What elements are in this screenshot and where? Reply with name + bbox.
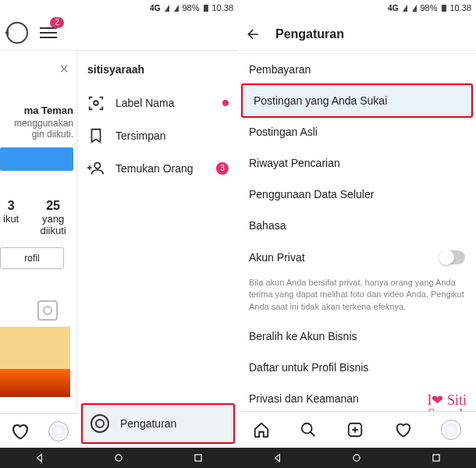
svg-point-4 [302,424,312,434]
item-riwayat[interactable]: Riwayat Pencarian [238,147,476,179]
network-indicator: 4G [388,4,398,12]
back-button[interactable] [246,27,261,42]
home-soft-button[interactable] [113,452,124,463]
menu-label: Tersimpan [115,129,166,142]
menu-label: Label Nama [115,97,175,109]
back-soft-button[interactable] [34,452,45,463]
home-icon[interactable] [253,421,270,438]
recent-soft-button[interactable] [193,452,204,463]
history-icon [6,22,28,44]
private-toggle[interactable] [439,250,465,264]
battery-icon [442,5,446,12]
signal-icon [174,5,179,12]
profile-tab[interactable] [441,420,461,440]
gear-icon [91,414,109,433]
stats-row: 3 ikut 25 yang diikuti [0,199,73,236]
profile-tab[interactable] [48,421,69,441]
page-title: Pengaturan [275,27,344,41]
signal-icon [165,5,169,12]
post-thumbnail[interactable] [0,327,70,397]
heart-icon[interactable] [10,422,29,441]
status-bar: 4G 98% 10.38 [0,0,238,16]
menu-pengaturan[interactable]: Pengaturan [81,403,235,444]
back-soft-button[interactable] [272,452,283,463]
signal-icon [403,5,407,12]
followers-stat[interactable]: 3 ikut [3,199,19,236]
suggest-title: ma Teman [0,105,73,118]
recent-soft-button[interactable] [431,452,442,463]
item-akun-privat[interactable]: Akun Privat [238,241,476,274]
add-person-icon [87,160,105,177]
phone-left: 4G 98% 10.38 × ma Teman menggunakan gin … [0,0,239,468]
menu-tersimpan[interactable]: Tersimpan [83,119,233,152]
profile-background: × ma Teman menggunakan gin diikuti. 3 ik… [0,51,78,448]
private-note: Bila akun Anda bersifat privat, hanya or… [238,274,476,321]
item-bahasa[interactable]: Bahasa [238,210,476,241]
scan-icon [87,94,105,112]
bookmark-icon [87,127,105,144]
count-badge: 3 [216,162,229,175]
menu-label: Pengaturan [120,417,176,430]
clock: 10.38 [449,3,471,12]
history-button[interactable] [6,22,28,44]
svg-point-6 [353,455,360,461]
battery-icon [204,5,208,12]
settings-list: Pembayaran Postingan yang Anda Sukai Pos… [238,54,476,414]
edit-profile-button[interactable]: rofil [0,247,64,269]
close-button[interactable]: × [0,57,73,81]
heart-icon[interactable] [394,421,411,438]
add-post-icon[interactable] [346,421,364,438]
svg-rect-7 [433,455,439,461]
clock: 10.38 [211,3,233,12]
item-data-seluler[interactable]: Penggunaan Data Seluler [238,179,476,210]
burger-icon [40,24,57,41]
svg-rect-3 [195,455,201,461]
android-nav [238,448,476,468]
menu-temukan-orang[interactable]: Temukan Orang 3 [83,152,233,185]
item-liked-posts[interactable]: Postingan yang Anda Sukai [241,83,473,118]
heart-watermark-icon: I❤ [427,393,443,407]
follow-button[interactable] [0,147,73,171]
signal-icon [412,5,417,12]
side-menu: sitisyaraah Label Nama Tersimpan Temukan… [78,51,238,448]
menu-label: Temukan Orang [115,162,194,175]
svg-point-2 [115,455,122,461]
notification-dot [222,100,229,106]
item-beralih-bisnis[interactable]: Beralih ke Akun Bisnis [238,321,476,352]
svg-point-1 [94,163,100,168]
network-indicator: 4G [150,4,160,12]
bottom-nav [238,411,476,448]
battery-percent: 98% [182,3,199,12]
battery-percent: 98% [420,3,437,12]
suggest-subtitle: menggunakan gin diikuti. [0,118,73,140]
menu-button[interactable] [37,22,59,44]
item-daftar-bisnis[interactable]: Daftar untuk Profil Bisnis [238,352,476,383]
tagged-tab-icon[interactable] [37,300,58,321]
menu-label-nama[interactable]: Label Nama [83,87,233,119]
following-stat[interactable]: 25 yang diikuti [33,199,73,236]
arrow-left-icon [246,26,261,43]
item-label: Akun Privat [249,251,305,264]
home-soft-button[interactable] [351,452,362,463]
item-pembayaran[interactable]: Pembayaran [238,54,476,85]
bottom-nav [0,413,78,448]
svg-point-0 [94,101,98,105]
search-icon[interactable] [300,421,317,438]
phone-right: 4G 98% 10.38 Pengaturan Pembayaran Posti… [238,0,476,468]
item-postingan-asli[interactable]: Postingan Asli [238,116,476,147]
username-label: sitisyaraah [83,55,233,87]
status-bar: 4G 98% 10.38 [238,0,476,16]
android-nav [0,448,238,468]
settings-header: Pengaturan [238,16,476,54]
profile-header [0,16,238,51]
